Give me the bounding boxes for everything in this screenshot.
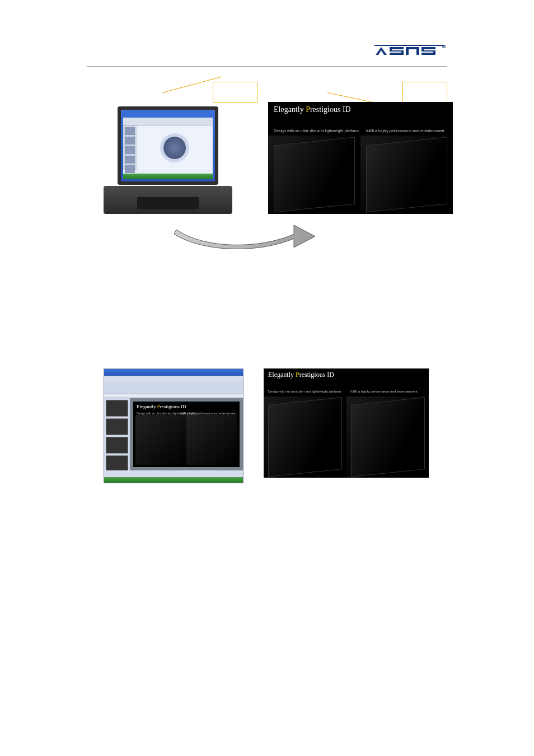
current-slide-title-suffix: restigious ID <box>160 404 186 409</box>
window-menubar <box>104 376 243 381</box>
slide2-title: Elegantly Prestigious ID <box>268 371 334 379</box>
slide2-title-prefix: Elegantly <box>268 371 296 379</box>
laptop-screen <box>118 106 218 185</box>
gear-icon <box>163 137 186 159</box>
top-diagram: Elegantly Prestigious ID Design with an … <box>87 78 447 258</box>
laptop-base <box>104 186 232 214</box>
slide-title-accent: P <box>306 105 310 114</box>
current-slide-title-prefix: Elegantly <box>137 404 157 409</box>
slide-title-suffix: restigious ID <box>310 105 351 114</box>
current-slide: Elegantly Prestigious ID Design with an … <box>133 402 240 467</box>
header-divider <box>87 66 447 67</box>
second-row: Elegantly Prestigious ID Design with an … <box>104 368 447 486</box>
laptop-image <box>104 106 232 218</box>
brand-logo: R <box>374 42 447 58</box>
ruler <box>104 394 243 398</box>
powerpoint-screenshot: Elegantly Prestigious ID Design with an … <box>104 368 243 483</box>
svg-text:R: R <box>443 45 445 48</box>
window-toolbars <box>104 381 243 394</box>
slide-subcaption-left: Design with an ultra slim and lightweigh… <box>274 129 359 133</box>
slide-title-prefix: Elegantly <box>274 105 306 114</box>
slide2-subcap-left: Design with an ultra slim and lightweigh… <box>268 390 341 393</box>
slide-subcaption-right: fulfill a highly performance and enterta… <box>366 129 444 133</box>
flow-arrow <box>171 224 316 252</box>
external-display-2: Elegantly Prestigious ID Design with an … <box>264 368 429 478</box>
slide2-title-suffix: restigious ID <box>299 371 334 379</box>
slide2-title-accent: P <box>296 371 299 379</box>
slide-canvas: Elegantly Prestigious ID Design with an … <box>130 398 243 470</box>
callout-laptop <box>213 82 257 103</box>
svg-rect-0 <box>374 45 444 46</box>
callout-external-display <box>402 82 447 103</box>
slide-thumbnails <box>104 398 130 470</box>
status-area <box>104 470 243 483</box>
slide-title: Elegantly Prestigious ID <box>274 105 351 114</box>
slide2-subcap-right: fulfill a highly performance and enterta… <box>350 390 418 393</box>
powerpoint-window <box>123 112 213 179</box>
external-display: Elegantly Prestigious ID Design with an … <box>268 102 453 214</box>
window-titlebar <box>104 369 243 376</box>
